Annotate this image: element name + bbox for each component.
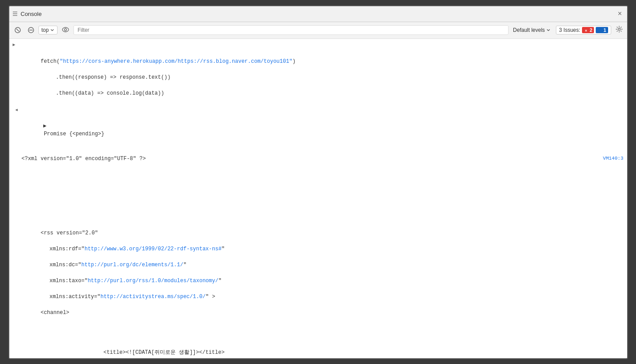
fetch-line-3: .then((data) => console.log(data)) [41, 90, 164, 96]
spacer-3 [9, 171, 627, 178]
xmlns-rdf: xmlns:rdf="http://www.w3.org/1999/02/22-… [41, 246, 225, 252]
chevron-down-icon-levels [546, 28, 551, 32]
console-entry-promise: ◀ ▶ Promise {<pending>} [9, 106, 627, 147]
fetch-url-link[interactable]: "https://cors-anywhere.herokuapp.com/htt… [60, 58, 293, 65]
drag-dot-2 [13, 13, 17, 14]
warning-icon [597, 28, 602, 33]
rdf-link[interactable]: http://www.w3.org/1999/02/22-rdf-syntax-… [85, 246, 222, 252]
settings-button[interactable] [614, 25, 624, 35]
warning-count-badge: 1 [596, 27, 608, 33]
expand-arrow[interactable]: ▶ [13, 42, 15, 48]
spacer-10 [9, 326, 627, 333]
panel-title: Console [21, 11, 42, 17]
xmlns-taxo: xmlns:taxo="http://purl.org/rss/1.0/modu… [41, 278, 222, 284]
spacer-11 [9, 333, 627, 340]
activity-link[interactable]: http://activitystrea.ms/spec/1.0/ [100, 294, 206, 300]
drag-dot-1 [13, 11, 17, 12]
fetch-line-1: fetch("https://cors-anywhere.herokuapp.c… [41, 58, 296, 65]
console-entry-xml-decl: <?xml version="1.0" encoding="UTF-8" ?> … [9, 154, 627, 164]
svg-point-5 [65, 28, 67, 31]
filter-input[interactable] [73, 25, 509, 35]
clear-console-button[interactable] [12, 25, 23, 35]
channel-tag: <channel> [41, 310, 69, 316]
toolbar-right: Default levels 3 Issues: ✕ 2 [510, 25, 624, 35]
close-button[interactable]: × [617, 10, 624, 17]
issues-label: 3 Issues: [559, 27, 580, 33]
vm-ref-link[interactable]: VM140:3 [603, 155, 623, 163]
spacer-6 [9, 192, 627, 199]
title-bar-drag: Console [13, 11, 42, 17]
svg-line-1 [16, 29, 19, 31]
eye-icon [62, 27, 69, 32]
spacer-9 [9, 213, 627, 220]
issues-badge[interactable]: 3 Issues: ✕ 2 1 [556, 26, 611, 34]
title-bar: Console × [9, 6, 627, 22]
show-hidden-button[interactable] [59, 25, 72, 35]
fetch-line-2: .then((response) => response.text()) [41, 74, 171, 80]
promise-arrow[interactable]: ◀ [15, 107, 18, 114]
error-count-badge: ✕ 2 [582, 27, 594, 33]
title-cdata-text: <title><![CDATA[쥐미로운 생활]]></title> [104, 349, 225, 356]
drag-dot-3 [13, 15, 17, 16]
taxo-link[interactable]: http://purl.org/rss/1.0/modules/taxonomy… [88, 278, 218, 284]
svg-point-8 [618, 28, 620, 31]
devtools-window: Console × top [8, 5, 628, 359]
xml-decl-text: <?xml version="1.0" encoding="UTF-8" ?> [22, 155, 146, 163]
spacer-7 [9, 199, 627, 206]
toolbar: top Default levels 3 Issues: [9, 22, 627, 39]
no-entry-button[interactable] [25, 25, 37, 35]
promise-text: Promise {<pending>} [41, 131, 104, 137]
context-selector[interactable]: top [39, 26, 58, 34]
rss-tag: <rss version="2.0" [41, 230, 98, 236]
drag-handle [13, 11, 17, 16]
no-entry-icon [28, 27, 34, 33]
error-icon: ✕ [584, 28, 588, 33]
spacer-8 [9, 206, 627, 213]
xmlns-dc: xmlns:dc="http://purl.org/dc/elements/1.… [41, 262, 187, 268]
xmlns-activity: xmlns:activity="http://activitystrea.ms/… [41, 294, 215, 300]
dc-link[interactable]: http://purl.org/dc/elements/1.1/ [81, 262, 183, 268]
console-entry-rss: <rss version="2.0" xmlns:rdf="http://www… [9, 220, 627, 326]
default-levels-label: Default levels [513, 27, 545, 33]
context-label: top [42, 27, 49, 33]
spacer-4 [9, 178, 627, 185]
chevron-down-icon [50, 28, 54, 32]
svg-point-4 [62, 27, 69, 32]
console-entry-title-cdata: <title><![CDATA[쥐미로운 생활]]></title> [9, 340, 627, 358]
spacer-5 [9, 185, 627, 192]
console-entry-fetch: ▶ fetch("https://cors-anywhere.herokuapp… [9, 39, 627, 106]
spacer-1 [9, 147, 627, 154]
console-content[interactable]: ▶ fetch("https://cors-anywhere.herokuapp… [9, 39, 627, 358]
gear-icon [616, 26, 623, 33]
svg-text:✕: ✕ [585, 29, 587, 32]
clear-icon [15, 27, 21, 33]
spacer-2 [9, 164, 627, 171]
default-levels-button[interactable]: Default levels [510, 26, 553, 34]
promise-arrow2: ▶ [43, 123, 46, 129]
